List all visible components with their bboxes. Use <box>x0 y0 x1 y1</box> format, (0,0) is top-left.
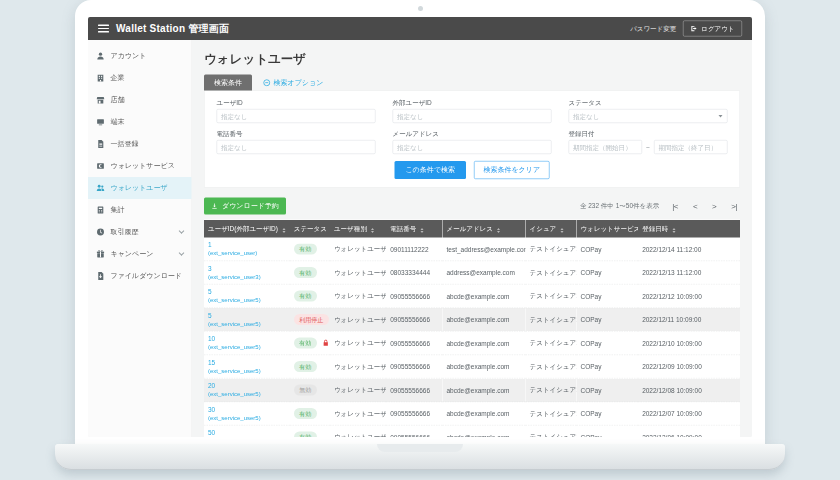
sort-icon[interactable] <box>497 228 500 233</box>
registered-at-cell: 2022/12/11 10:09:00 <box>638 308 740 332</box>
column-header[interactable]: イシュア <box>526 220 577 238</box>
ext-user-id-link[interactable]: (ext_service_user5) <box>208 320 286 329</box>
search-clear-button[interactable]: 検索条件をクリア <box>474 161 550 179</box>
sidebar-item[interactable]: 集計 <box>88 199 192 221</box>
user-type-cell: ウォレットユーザ <box>330 331 386 355</box>
user-id-link[interactable]: 5 <box>208 288 286 297</box>
column-header[interactable]: メールアドレス <box>443 220 526 238</box>
sidebar-item[interactable]: 端末 <box>88 111 192 133</box>
tab-search-conditions[interactable]: 検索条件 <box>204 75 252 91</box>
status-select[interactable] <box>569 109 728 123</box>
issuer-cell: テストイシュア1 <box>526 238 577 261</box>
menu-icon[interactable] <box>98 25 109 33</box>
issuer-cell: テストイシュア1 <box>526 355 577 379</box>
sidebar-item[interactable]: ウォレットサービス <box>88 155 192 177</box>
wallet-service-cell: COPay <box>576 308 638 332</box>
column-header[interactable]: ユーザ種別 <box>330 220 386 238</box>
logout-button[interactable]: ログアウト <box>683 21 742 37</box>
wallet-service-cell: COPay <box>576 355 638 379</box>
ext-user-id-input[interactable] <box>393 109 552 123</box>
sidebar-item[interactable]: ウォレットユーザ <box>88 177 192 199</box>
sort-icon[interactable] <box>672 228 675 233</box>
column-header-label: ユーザID(外部ユーザID) <box>208 225 278 233</box>
wallet-service-icon <box>96 162 105 171</box>
user-id-label: ユーザID <box>217 98 376 107</box>
column-header[interactable]: 登録日時 <box>638 220 740 238</box>
result-summary: 全 232 件中 1〜50件を表示 <box>580 202 659 211</box>
table-row: 10 (ext_service_user5) 有効 <box>204 331 740 355</box>
column-header[interactable]: ステータス <box>290 220 330 238</box>
sidebar-item[interactable]: キャンペーン <box>88 243 192 265</box>
pagination-first-button[interactable]: |< <box>672 202 678 211</box>
status-badge: 有効 <box>294 432 317 438</box>
wallet-service-cell: COPay <box>576 261 638 285</box>
pagination-last-button[interactable]: >| <box>731 202 737 211</box>
user-id-link[interactable]: 1 <box>208 241 286 250</box>
phone-cell: 09055556666 <box>386 425 442 437</box>
status-badge: 有効 <box>294 267 317 278</box>
sidebar-item[interactable]: 店舗 <box>88 89 192 111</box>
ext-user-id-label: 外部ユーザID <box>393 98 552 107</box>
registered-at-cell: 2022/12/10 10:09:00 <box>638 331 740 355</box>
ext-user-id-link[interactable]: (ext_service_user5) <box>208 343 286 352</box>
ext-user-id-link[interactable]: (ext_service_user5) <box>208 414 286 423</box>
registered-at-cell: 2022/12/09 10:09:00 <box>638 355 740 379</box>
ext-user-id-link[interactable]: (ext_service_user5) <box>208 296 286 305</box>
status-badge: 有効 <box>294 338 317 349</box>
column-header-label: ウォレットサービス <box>580 225 638 233</box>
user-id-link[interactable]: 30 <box>208 405 286 414</box>
user-id-link[interactable]: 15 <box>208 358 286 367</box>
sort-icon[interactable] <box>371 228 374 233</box>
issuer-cell: テストイシュア1 <box>526 378 577 402</box>
sidebar-item[interactable]: アカウント <box>88 45 192 67</box>
password-change-link[interactable]: パスワード変更 <box>630 24 676 33</box>
email-input[interactable] <box>393 140 552 154</box>
sidebar-item[interactable]: 企業 <box>88 67 192 89</box>
pagination-prev-button[interactable]: < <box>693 202 697 211</box>
app-header: Wallet Station 管理画面 パスワード変更 ログアウト <box>88 17 752 40</box>
user-id-link[interactable]: 20 <box>208 382 286 391</box>
lock-icon <box>322 339 330 347</box>
email-cell: abcde@example.com <box>443 331 526 355</box>
user-id-input[interactable] <box>217 109 376 123</box>
logout-icon <box>691 25 698 32</box>
user-id-link[interactable]: 10 <box>208 335 286 344</box>
wallet-users-table: ユーザID(外部ユーザID) ステータス <box>204 220 740 438</box>
user-id-link[interactable]: 3 <box>208 264 286 273</box>
column-header[interactable]: 電話番号 <box>386 220 442 238</box>
user-id-link[interactable]: 50 <box>208 429 286 438</box>
user-id-link[interactable]: 5 <box>208 311 286 320</box>
reg-date-end-input[interactable] <box>654 140 728 154</box>
status-select-input[interactable] <box>569 109 728 123</box>
email-cell: abcde@example.com <box>443 425 526 437</box>
search-submit-button[interactable]: この条件で検索 <box>394 161 465 179</box>
ext-user-id-link[interactable]: (ext_service_user) <box>208 249 286 258</box>
sidebar-item[interactable]: 取引履歴 <box>88 221 192 243</box>
download-reserve-button[interactable]: ダウンロード予約 <box>204 198 286 215</box>
wallet-service-cell: COPay <box>576 238 638 261</box>
column-header-label: イシュア <box>530 225 557 233</box>
column-header[interactable]: ユーザID(外部ユーザID) <box>204 220 290 238</box>
issuer-cell: テストイシュア1 <box>526 425 577 437</box>
sort-icon[interactable] <box>282 228 285 233</box>
ext-user-id-link[interactable]: (ext_service_user3) <box>208 273 286 282</box>
phone-input[interactable] <box>217 140 376 154</box>
sidebar-item[interactable]: 一括登録 <box>88 133 192 155</box>
table-row: 20 (ext_service_user5) 無効 <box>204 378 740 402</box>
reg-date-start-input[interactable] <box>569 140 643 154</box>
wallet-service-cell: COPay <box>576 331 638 355</box>
table-toolbar: ダウンロード予約 全 232 件中 1〜50件を表示 |< < > >| <box>204 198 740 215</box>
pagination-next-button[interactable]: > <box>712 202 716 211</box>
bulk-register-icon <box>96 140 105 149</box>
column-header[interactable]: ウォレットサービス <box>576 220 638 238</box>
table-row: 1 (ext_service_user) 有効 <box>204 238 740 261</box>
column-header-label: メールアドレス <box>447 225 493 233</box>
laptop-base <box>55 444 785 470</box>
ext-user-id-link[interactable]: (ext_service_user5) <box>208 390 286 399</box>
sidebar-item[interactable]: ファイルダウンロード <box>88 265 192 287</box>
search-options-link[interactable]: 検索オプション <box>263 78 323 87</box>
sort-icon[interactable] <box>561 228 564 233</box>
ext-user-id-link[interactable]: (ext_service_user5) <box>208 367 286 376</box>
sort-icon[interactable] <box>421 228 424 233</box>
issuer-cell: テストイシュア1 <box>526 284 577 308</box>
